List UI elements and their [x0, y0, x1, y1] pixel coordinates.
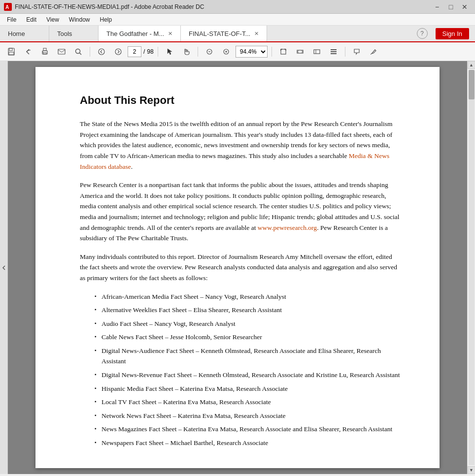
search-icon [74, 48, 82, 56]
scrollbar-thumb[interactable] [469, 70, 475, 99]
email-button[interactable] [54, 45, 69, 59]
separator-4 [271, 47, 272, 57]
window-controls: − □ ✕ [431, 2, 471, 12]
page-separator: / [143, 48, 145, 55]
tab-home[interactable]: Home [0, 26, 49, 41]
svg-rect-4 [9, 52, 14, 55]
svg-rect-33 [331, 53, 337, 54]
svg-rect-31 [331, 49, 337, 50]
close-button[interactable]: ✕ [458, 2, 471, 12]
hand-tool-button[interactable] [179, 45, 194, 59]
pewresearch-link[interactable]: www.pewresearch.org [258, 224, 317, 231]
separator-3 [198, 47, 198, 57]
svg-line-11 [80, 53, 82, 55]
menu-file[interactable]: File [2, 15, 21, 24]
svg-rect-3 [9, 48, 12, 51]
pdf-scroll-area[interactable]: About This Report The State of the News … [8, 61, 467, 474]
tools-button[interactable] [326, 45, 341, 59]
pdf-paragraph-2: Pew Research Center is a nonpartisan fac… [80, 180, 400, 244]
list-item: Audio Fact Sheet – Nancy Vogt, Research … [95, 318, 400, 329]
minimize-button[interactable]: − [431, 2, 443, 12]
menu-help[interactable]: Help [95, 15, 117, 24]
save-button[interactable] [4, 45, 19, 59]
svg-rect-7 [43, 53, 46, 54]
svg-rect-19 [281, 49, 286, 54]
cursor-icon [166, 48, 173, 55]
pdf-page: About This Report The State of the News … [35, 67, 440, 468]
page-navigation: / 98 [128, 46, 154, 57]
hand-icon [183, 48, 190, 55]
tab-doc1[interactable]: The Godfather - M... ✕ [99, 26, 181, 41]
list-item: Network News Fact Sheet – Katerina Eva M… [95, 411, 400, 421]
prev-page-button[interactable] [94, 45, 109, 59]
full-screen-icon [313, 48, 320, 55]
back-button[interactable] [21, 45, 35, 59]
maximize-button[interactable]: □ [444, 2, 457, 12]
tab-right-controls: ? Sign In [417, 26, 475, 41]
sign-in-button[interactable]: Sign In [436, 28, 469, 39]
app-icon: A [4, 3, 12, 11]
zoom-out-icon [206, 48, 213, 55]
tools-icon [330, 48, 337, 55]
fit-width-button[interactable] [293, 45, 307, 59]
list-item: Local TV Fact Sheet – Katerina Eva Matsa… [95, 397, 400, 408]
fit-page-button[interactable] [276, 45, 291, 59]
zoom-select[interactable]: 94.4% [236, 46, 268, 58]
vertical-scrollbar[interactable]: ▲ ▼ [467, 61, 475, 474]
tab-doc1-close[interactable]: ✕ [168, 31, 172, 37]
separator-2 [158, 47, 158, 57]
pen-icon [370, 48, 377, 55]
back-icon [24, 48, 32, 56]
next-page-button[interactable] [111, 45, 126, 59]
svg-point-13 [115, 49, 121, 55]
tab-doc2[interactable]: FINAL-STATE-OF-T... ✕ [181, 26, 267, 41]
separator-1 [90, 47, 90, 57]
list-item: Digital News-Audience Fact Sheet – Kenne… [95, 346, 400, 367]
menu-edit[interactable]: Edit [21, 15, 41, 24]
save-icon [7, 48, 15, 56]
pdf-heading: About This Report [80, 92, 400, 109]
scrollbar-track[interactable] [469, 70, 475, 465]
list-item: Hispanic Media Fact Sheet – Katerina Eva… [95, 383, 400, 394]
help-button[interactable]: ? [417, 28, 428, 39]
left-panel-toggle[interactable] [0, 61, 8, 474]
full-screen-button[interactable] [309, 45, 324, 59]
toolbar: / 98 94.4% [0, 42, 475, 61]
svg-line-34 [371, 54, 372, 55]
menu-window[interactable]: Window [64, 15, 95, 24]
fit-width-icon [297, 48, 304, 55]
tab-bar: Home Tools The Godfather - M... ✕ FINAL-… [0, 26, 475, 42]
zoom-out-button[interactable] [202, 45, 217, 59]
window-title: FINAL-STATE-OF-THE-NEWS-MEDIA1.pdf - Ado… [15, 3, 428, 10]
svg-point-12 [99, 49, 104, 55]
tab-doc2-close[interactable]: ✕ [254, 31, 259, 37]
pen-button[interactable] [366, 45, 381, 59]
scroll-up-button[interactable]: ▲ [468, 61, 475, 69]
comment-icon [353, 48, 360, 55]
list-item: African-American Media Fact Sheet – Nanc… [95, 291, 400, 302]
fit-page-icon [280, 48, 287, 55]
print-button[interactable] [37, 45, 52, 59]
scroll-down-button[interactable]: ▼ [468, 466, 475, 474]
list-item: Digital News-Revenue Fact Sheet – Kennet… [95, 370, 400, 381]
list-item: Newspapers Fact Sheet – Michael Barthel,… [95, 438, 400, 448]
svg-rect-6 [43, 48, 46, 51]
left-panel-arrow-icon [2, 264, 6, 272]
menu-view[interactable]: View [41, 15, 64, 24]
separator-5 [345, 47, 345, 57]
menu-bar: File Edit View Window Help [0, 14, 475, 26]
svg-text:A: A [5, 4, 9, 10]
comment-button[interactable] [349, 45, 364, 59]
main-area: About This Report The State of the News … [0, 61, 475, 474]
contributors-list: African-American Media Fact Sheet – Nanc… [95, 291, 400, 448]
list-item: Cable News Fact Sheet – Jesse Holcomb, S… [95, 332, 400, 343]
search-button[interactable] [71, 45, 86, 59]
list-item: News Magazines Fact Sheet – Katerina Eva… [95, 424, 400, 435]
svg-rect-32 [331, 51, 337, 52]
cursor-tool-button[interactable] [162, 45, 177, 59]
tab-tools[interactable]: Tools [49, 26, 99, 41]
page-number-input[interactable] [128, 46, 141, 57]
prev-page-icon [98, 48, 105, 55]
zoom-in-icon [223, 48, 230, 55]
zoom-in-button[interactable] [219, 45, 234, 59]
